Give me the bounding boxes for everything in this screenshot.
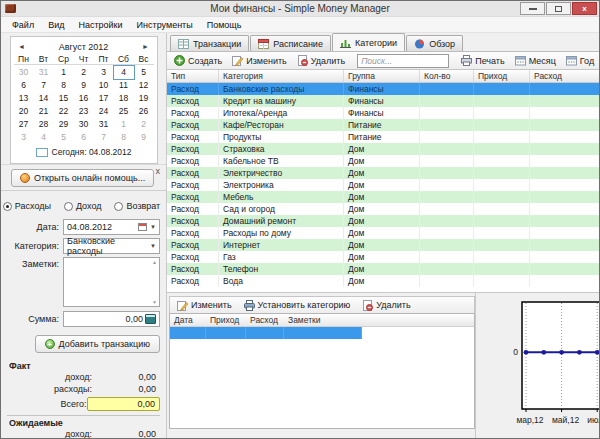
table-row[interactable]: РасходТелефонДом [167, 263, 600, 275]
month-button[interactable]: Месяц [511, 53, 560, 68]
close-button[interactable]: x [572, 2, 597, 15]
calendar-day[interactable]: 11 [114, 79, 134, 92]
menu-file[interactable]: Файл [5, 18, 41, 32]
calendar-day[interactable]: 14 [34, 92, 54, 105]
add-transaction-button[interactable]: + Добавить транзакцию [35, 335, 160, 353]
edit-button[interactable]: Изменить [228, 53, 291, 68]
calendar-day[interactable]: 3 [94, 66, 114, 79]
notes-textarea[interactable]: ▲ ▼ [63, 257, 160, 307]
table-row[interactable]: РасходЭлектричествоДом [167, 167, 600, 179]
radio-Возврат[interactable]: Возврат [114, 201, 160, 211]
calculator-icon[interactable] [145, 314, 156, 324]
calendar-day[interactable]: 20 [14, 105, 34, 118]
help-close-icon[interactable]: x [156, 166, 161, 176]
calendar-day[interactable]: 16 [74, 92, 94, 105]
tab-transactions[interactable]: Транзакции [170, 35, 249, 51]
calendar-day[interactable]: 30 [14, 66, 34, 79]
table-row[interactable]: РасходСад и огородДом [167, 203, 600, 215]
menu-view[interactable]: Вид [41, 18, 71, 32]
year-button[interactable]: Год [562, 53, 598, 68]
print-button[interactable]: Печать [457, 53, 508, 68]
calendar-day[interactable]: 1 [54, 66, 74, 79]
calendar-day[interactable]: 1 [114, 118, 134, 131]
table-row[interactable]: РасходКабельное ТВДом [167, 155, 600, 167]
calendar-day[interactable]: 10 [94, 79, 114, 92]
calendar-day[interactable]: 30 [74, 118, 94, 131]
table-row[interactable]: РасходМебельДом [167, 191, 600, 203]
menu-tools[interactable]: Инструменты [130, 18, 200, 32]
calendar-day[interactable]: 31 [94, 118, 114, 131]
calendar-day[interactable]: 25 [114, 105, 134, 118]
today-checkbox[interactable] [36, 148, 48, 157]
calendar-day[interactable]: 27 [14, 118, 34, 131]
calendar-day[interactable]: 31 [34, 66, 54, 79]
calendar-day[interactable]: 26 [134, 105, 154, 118]
tab-schedule[interactable]: Расписание [250, 35, 331, 51]
radio-Доход[interactable]: Доход [64, 201, 102, 211]
table-row[interactable]: РасходВодаДом [167, 275, 600, 287]
menu-settings[interactable]: Настройки [71, 18, 129, 32]
tab-categories[interactable]: Категории [332, 33, 405, 51]
tab-overview[interactable]: Обзор [406, 35, 463, 51]
calendar-day[interactable]: 7 [34, 79, 54, 92]
calendar-day[interactable]: 13 [14, 92, 34, 105]
tx-delete-button[interactable]: Удалить [358, 298, 414, 313]
tx-edit-button[interactable]: Изменить [173, 298, 236, 313]
calendar-day[interactable]: 21 [34, 105, 54, 118]
calendar-day[interactable]: 24 [94, 105, 114, 118]
delete-button[interactable]: Удалить [293, 53, 349, 68]
table-row[interactable]: РасходРасходы по домуДом [167, 227, 600, 239]
calendar-day[interactable]: 23 [74, 105, 94, 118]
calendar-day[interactable]: 5 [54, 131, 74, 144]
radio-Расходы[interactable]: Расходы [3, 201, 51, 211]
col-date[interactable]: Дата [170, 314, 206, 326]
calendar-day[interactable]: 8 [114, 131, 134, 144]
col-expense[interactable]: Расход [530, 70, 600, 82]
calendar-day[interactable]: 6 [14, 79, 34, 92]
calendar-day[interactable]: 5 [134, 66, 154, 79]
col-category[interactable]: Категория [219, 70, 344, 82]
col-out[interactable]: Расход [246, 314, 284, 326]
table-row[interactable]: РасходИпотека/АрендаФинансы [167, 107, 600, 119]
calendar-day[interactable]: 6 [74, 131, 94, 144]
category-dropdown-icon[interactable]: ▼ [150, 243, 156, 249]
table-row[interactable]: РасходКредит на машинуФинансы [167, 95, 600, 107]
calendar-next-button[interactable]: ► [138, 43, 154, 50]
calendar-day[interactable]: 18 [114, 92, 134, 105]
table-row[interactable]: РасходКафе/РесторанПитание [167, 119, 600, 131]
amount-field[interactable]: 0,00 [63, 311, 160, 327]
selected-empty-row[interactable] [170, 327, 362, 339]
maximize-button[interactable] [546, 2, 571, 15]
calendar-day[interactable]: 17 [94, 92, 114, 105]
col-count[interactable]: Кол-во [420, 70, 474, 82]
calendar-day[interactable]: 28 [34, 118, 54, 131]
calendar-day[interactable]: 22 [54, 105, 74, 118]
date-field[interactable]: 04.08.2012 ▼ [63, 219, 160, 235]
search-input[interactable] [357, 54, 449, 68]
col-in[interactable]: Приход [206, 314, 246, 326]
calendar-day[interactable]: 12 [134, 79, 154, 92]
calendar-day[interactable]: 9 [74, 79, 94, 92]
calendar-day[interactable]: 19 [134, 92, 154, 105]
table-row[interactable]: РасходГазДом [167, 251, 600, 263]
scroll-up-icon[interactable]: ▲ [152, 259, 157, 265]
col-type[interactable]: Тип [167, 70, 219, 82]
table-row[interactable]: РасходСтраховкаДом [167, 143, 600, 155]
col-notes[interactable]: Заметки [284, 314, 362, 326]
calendar-day[interactable]: 9 [134, 131, 154, 144]
calendar-day[interactable]: 4 [114, 66, 134, 79]
minimize-button[interactable] [520, 2, 545, 15]
online-help-button[interactable]: Открыть онлайн помощь... [11, 169, 154, 187]
calendar-day[interactable]: 8 [54, 79, 74, 92]
calendar-day[interactable]: 29 [54, 118, 74, 131]
set-category-button[interactable]: Установить категорию [240, 298, 355, 313]
table-row[interactable]: РасходБанковские расходыФинансы [167, 83, 600, 95]
table-row[interactable]: РасходПродуктыПитание [167, 131, 600, 143]
scroll-down-icon[interactable]: ▼ [152, 299, 157, 305]
calendar-day[interactable]: 3 [14, 131, 34, 144]
date-dropdown-icon[interactable]: ▼ [150, 224, 156, 230]
notes-scrollbar[interactable]: ▲ ▼ [150, 258, 159, 306]
table-row[interactable]: РасходДомашний ремонтДом [167, 215, 600, 227]
table-row[interactable]: РасходИнтернетДом [167, 239, 600, 251]
date-calendar-icon[interactable] [138, 223, 147, 231]
